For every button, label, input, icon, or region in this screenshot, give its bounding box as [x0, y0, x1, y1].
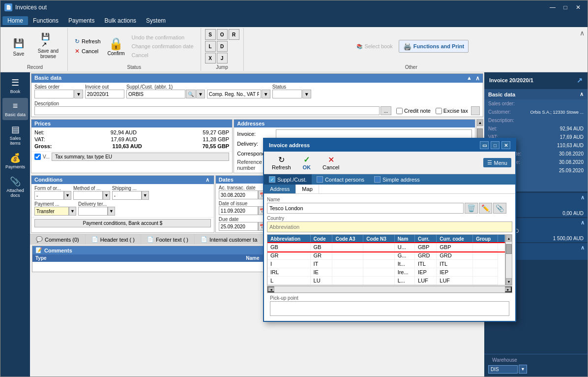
modal-country-input[interactable]	[267, 221, 512, 232]
suppl-cust-dropdown[interactable]: ▼	[196, 90, 205, 98]
v-checkbox[interactable]	[34, 154, 41, 160]
suppl-cust-search[interactable]: 🔍	[186, 90, 196, 98]
pickup-point-input[interactable]	[270, 301, 509, 316]
tab-internal-customer[interactable]: 📄 Internal customer ta	[195, 234, 264, 245]
tab-footer-text[interactable]: 📄 Footer text ( )	[141, 234, 195, 245]
save-button[interactable]: 💾 Save	[6, 34, 31, 59]
extra-btn[interactable]	[471, 106, 480, 115]
tax-summary-button[interactable]: Tax summary, tax type EU	[52, 153, 229, 161]
tab-header-text[interactable]: 📄 Header text ( )	[86, 234, 141, 245]
modal-scroll-down-btn[interactable]: ▼	[506, 278, 512, 285]
menu-system[interactable]: System	[141, 16, 171, 25]
jump-j[interactable]: J	[217, 53, 228, 63]
invoice-out-input[interactable]	[85, 90, 124, 98]
ac-transac-input[interactable]	[219, 190, 258, 199]
modal-delete-btn[interactable]: 🗑️	[465, 203, 478, 214]
method-dropdown[interactable]: ▼	[103, 191, 110, 200]
modal-tab-contact-persons[interactable]: Contact persons	[312, 174, 369, 185]
sidebar-item-basic-data[interactable]: ≡ Basic data	[2, 98, 28, 120]
functions-print-button[interactable]: 🖨️ Functions and Print	[399, 40, 469, 53]
modal-h-scroll-left[interactable]: ◄	[267, 286, 274, 292]
modal-attach-btn[interactable]: 📎	[493, 203, 506, 214]
form-dropdown[interactable]: ▼	[64, 191, 71, 200]
jump-d[interactable]: D	[217, 41, 228, 52]
modal-tab-suppl-cust[interactable]: ✓ Suppl./Cust.	[264, 174, 312, 185]
cancel2-button[interactable]: Cancel	[129, 51, 197, 59]
modal-name-input[interactable]	[267, 203, 464, 214]
payment-input[interactable]	[34, 207, 69, 216]
due-date-input[interactable]	[219, 222, 258, 231]
credit-note-checkbox[interactable]	[396, 108, 403, 114]
sidebar-item-sales-items[interactable]: ▤ Sales items	[2, 121, 28, 149]
modal-h-scroll-right[interactable]: ►	[505, 286, 512, 292]
confirm-button[interactable]: 🔒 Confirm	[106, 35, 127, 58]
chevron-up-icon[interactable]: ∧	[580, 29, 585, 37]
jump-o[interactable]: O	[217, 29, 228, 40]
description-expand[interactable]: ...	[381, 106, 391, 115]
table-row-gr[interactable]: GR GR G... GRD GRD	[267, 251, 505, 260]
sidebar-item-attached-docs[interactable]: 📎 Attached docs	[2, 173, 28, 201]
external-link-icon[interactable]: ↗	[577, 76, 583, 84]
right-panel-basic-data-header[interactable]: Basic data ∧	[484, 89, 588, 99]
date-of-issue-input[interactable]	[219, 206, 258, 215]
menu-payments[interactable]: Payments	[63, 16, 99, 25]
status-dropdown[interactable]: ▼	[302, 90, 311, 98]
sales-order-dropdown[interactable]: ▼	[74, 90, 83, 98]
sidebar-item-book[interactable]: ☰ Book	[2, 74, 28, 97]
modal-cancel-button[interactable]: ✕ Cancel	[319, 154, 343, 172]
modal-subtab-address[interactable]: Address	[264, 185, 296, 193]
payment-conditions-button[interactable]: Payment conditions, Bank account $	[34, 219, 211, 227]
toolbar-collapse[interactable]: ∧	[579, 28, 586, 71]
minimize-button[interactable]: —	[547, 3, 558, 12]
change-confirm-date-button[interactable]: Change confirmation date	[129, 42, 197, 50]
undo-confirm-button[interactable]: Undo the confirmation	[129, 33, 197, 41]
modal-maximize-button[interactable]: □	[491, 141, 500, 149]
warehouse-input[interactable]	[488, 365, 518, 374]
comp-reg-input[interactable]	[207, 90, 261, 98]
modal-menu-button[interactable]: ☰ Menu	[483, 158, 511, 167]
payment-dropdown[interactable]: ▼	[69, 207, 76, 216]
sidebar-item-payments[interactable]: 💰 Payments	[2, 150, 28, 172]
sales-order-input[interactable]	[34, 90, 74, 98]
scroll-up-btn[interactable]: ▲	[477, 119, 483, 126]
delivery-ter-input[interactable]	[78, 207, 108, 216]
save-browse-button[interactable]: 💾↗ Save and browse	[33, 31, 63, 61]
close-button[interactable]: ✕	[573, 3, 584, 12]
modal-scroll-up-btn[interactable]: ▲	[506, 235, 512, 242]
menu-home[interactable]: Home	[2, 16, 28, 25]
jump-x[interactable]: X	[205, 53, 216, 63]
warehouse-dropdown[interactable]: ▼	[519, 365, 527, 374]
cancel-button[interactable]: ✕ Cancel	[72, 47, 104, 56]
method-of-input[interactable]	[73, 191, 103, 200]
table-row-gb[interactable]: GB GB U... GBP GBP	[267, 243, 505, 251]
modal-close-button[interactable]: ✕	[501, 141, 510, 149]
excise-tax-checkbox[interactable]	[436, 108, 442, 114]
table-row-i[interactable]: I IT It... ITL ITL	[267, 260, 505, 268]
jump-r[interactable]: R	[229, 29, 239, 40]
shipping-input[interactable]	[112, 191, 142, 200]
conditions-collapse[interactable]: ∧	[204, 177, 211, 183]
table-row-l[interactable]: L LU L... LUF LUF	[267, 277, 505, 285]
basic-data-scroll-up[interactable]: ▲	[465, 75, 473, 82]
maximize-button[interactable]: □	[560, 3, 571, 12]
tab-comments[interactable]: 💬 Comments (0)	[30, 234, 86, 245]
menu-bulk-actions[interactable]: Bulk actions	[99, 16, 141, 25]
basic-data-collapse[interactable]: ∧	[475, 75, 480, 82]
suppl-cust-input[interactable]	[126, 90, 185, 98]
invoice-addr-input[interactable]	[276, 129, 472, 138]
modal-tab-simple-address[interactable]: Simple address	[369, 174, 425, 185]
menu-functions[interactable]: Functions	[28, 16, 63, 25]
modal-edit-btn[interactable]: ✏️	[479, 203, 492, 214]
modal-subtab-map[interactable]: Map	[296, 185, 319, 193]
delivery-ter-dropdown[interactable]: ▼	[108, 207, 115, 216]
form-of-or-input[interactable]	[34, 191, 64, 200]
description-input[interactable]	[34, 106, 380, 115]
select-book-button[interactable]: 📚 Select book	[353, 42, 395, 50]
comp-reg-dropdown[interactable]: ▼	[262, 90, 270, 98]
modal-ok-button[interactable]: ✓ OK	[299, 154, 315, 172]
jump-s[interactable]: S	[205, 29, 216, 40]
shipping-dropdown[interactable]: ▼	[142, 191, 149, 200]
jump-l[interactable]: L	[205, 41, 216, 52]
modal-restore-button[interactable]: ▭	[480, 141, 489, 149]
table-row-irl[interactable]: IRL IE Ire... IEP IEP	[267, 268, 505, 277]
